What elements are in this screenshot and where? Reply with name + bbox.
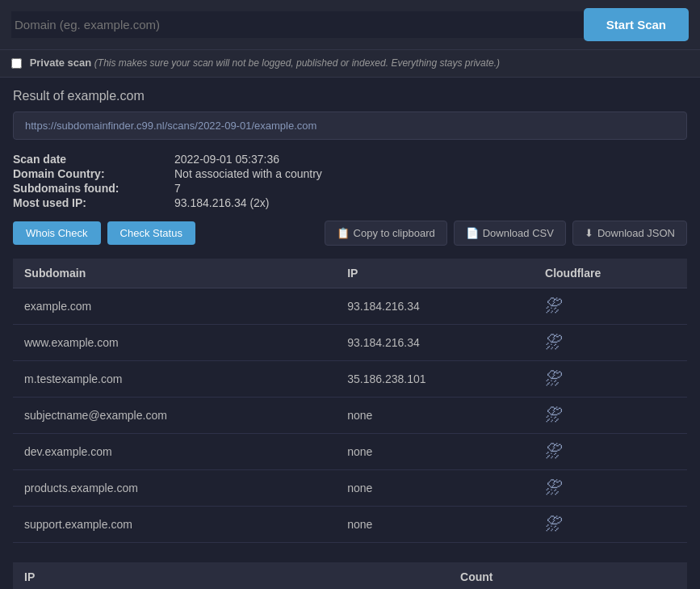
table-row: dev.example.comnone⛈ — [13, 434, 687, 470]
scan-url-bar: https://subdomainfinder.c99.nl/scans/202… — [13, 111, 687, 140]
cloudflare-icon: ⛈ — [545, 478, 563, 498]
scan-date-row: Scan date 2022-09-01 05:37:36 — [13, 153, 687, 166]
cloudflare-icon: ⛈ — [545, 296, 563, 316]
domain-country-label: Domain Country: — [13, 167, 174, 180]
download-csv-button[interactable]: 📄 Download CSV — [454, 221, 566, 246]
cloudflare-icon: ⛈ — [545, 332, 563, 352]
table-row: m.testexample.com35.186.238.101⛈ — [13, 361, 687, 398]
table-row: example.com93.184.216.34⛈ — [13, 288, 687, 325]
private-scan-note: (This makes sure your scan will not be l… — [94, 57, 500, 69]
col-subdomain: Subdomain — [13, 259, 336, 288]
table-row: products.example.comnone⛈ — [13, 470, 687, 507]
ip-cell: 93.184.216.34 — [336, 325, 534, 361]
cloudflare-cell: ⛈ — [534, 361, 687, 398]
start-scan-button[interactable]: Start Scan — [584, 8, 689, 41]
subdomain-cell: dev.example.com — [13, 434, 336, 470]
check-status-button[interactable]: Check Status — [107, 221, 195, 245]
domain-country-row: Domain Country: Not associated with a co… — [13, 167, 687, 180]
clipboard-icon: 📋 — [337, 227, 350, 239]
action-buttons: Whois Check Check Status 📋 Copy to clipb… — [13, 221, 687, 246]
cloudflare-cell: ⛈ — [534, 434, 687, 470]
cloudflare-cell: ⛈ — [534, 288, 687, 325]
cloudflare-cell: ⛈ — [534, 398, 687, 434]
private-scan-checkbox[interactable] — [11, 58, 22, 69]
whois-check-button[interactable]: Whois Check — [13, 221, 101, 245]
result-title: Result of example.com — [13, 89, 687, 103]
subdomains-table-header-row: Subdomain IP Cloudflare — [13, 259, 687, 288]
table-row: www.example.com93.184.216.34⛈ — [13, 325, 687, 361]
header: Start Scan — [0, 0, 700, 50]
domain-input[interactable] — [11, 11, 584, 38]
subdomains-found-row: Subdomains found: 7 — [13, 182, 687, 195]
ip-summary-header-row: IP Count — [13, 562, 687, 589]
cloudflare-icon: ⛈ — [545, 368, 563, 389]
cloudflare-icon: ⛈ — [545, 441, 563, 461]
cloudflare-cell: ⛈ — [534, 507, 687, 543]
scan-date-value: 2022-09-01 05:37:36 — [174, 153, 279, 166]
private-scan-label: Private scan — [30, 57, 92, 69]
json-icon: ⬇ — [585, 227, 593, 239]
ip-summary-table: IP Count 93.184.216.34235.186.238.1011 — [13, 562, 687, 589]
ip-cell: none — [336, 434, 534, 470]
cloudflare-cell: ⛈ — [534, 325, 687, 361]
subdomains-table: Subdomain IP Cloudflare example.com93.18… — [13, 259, 687, 543]
most-used-ip-label: Most used IP: — [13, 196, 174, 209]
table-row: support.example.comnone⛈ — [13, 507, 687, 543]
private-scan-row: Private scan (This makes sure your scan … — [0, 50, 700, 78]
subdomains-found-value: 7 — [174, 182, 181, 195]
cloudflare-icon: ⛈ — [545, 405, 563, 425]
col-count-header: Count — [449, 562, 687, 589]
most-used-ip-value: 93.184.216.34 (2x) — [174, 196, 270, 209]
scan-info: Scan date 2022-09-01 05:37:36 Domain Cou… — [13, 153, 687, 209]
scan-date-label: Scan date — [13, 153, 174, 166]
subdomain-cell: subjectname@example.com — [13, 398, 336, 434]
subdomain-cell: example.com — [13, 288, 336, 325]
subdomain-cell: www.example.com — [13, 325, 336, 361]
most-used-ip-row: Most used IP: 93.184.216.34 (2x) — [13, 196, 687, 209]
download-json-button[interactable]: ⬇ Download JSON — [572, 221, 687, 246]
col-ip: IP — [336, 259, 534, 288]
ip-cell: 93.184.216.34 — [336, 288, 534, 325]
cloudflare-cell: ⛈ — [534, 470, 687, 507]
csv-icon: 📄 — [466, 227, 479, 239]
ip-cell: 35.186.238.101 — [336, 361, 534, 398]
cloudflare-icon: ⛈ — [545, 514, 563, 534]
col-cloudflare: Cloudflare — [534, 259, 687, 288]
subdomain-cell: support.example.com — [13, 507, 336, 543]
result-section: Result of example.com https://subdomainf… — [0, 78, 700, 589]
ip-cell: none — [336, 507, 534, 543]
subdomains-found-label: Subdomains found: — [13, 182, 174, 195]
table-row: subjectname@example.comnone⛈ — [13, 398, 687, 434]
col-ip-header: IP — [13, 562, 449, 589]
domain-country-value: Not associated with a country — [174, 167, 322, 180]
copy-to-clipboard-button[interactable]: 📋 Copy to clipboard — [325, 221, 447, 246]
ip-cell: none — [336, 470, 534, 507]
subdomain-cell: m.testexample.com — [13, 361, 336, 398]
ip-cell: none — [336, 398, 534, 434]
subdomain-cell: products.example.com — [13, 470, 336, 507]
